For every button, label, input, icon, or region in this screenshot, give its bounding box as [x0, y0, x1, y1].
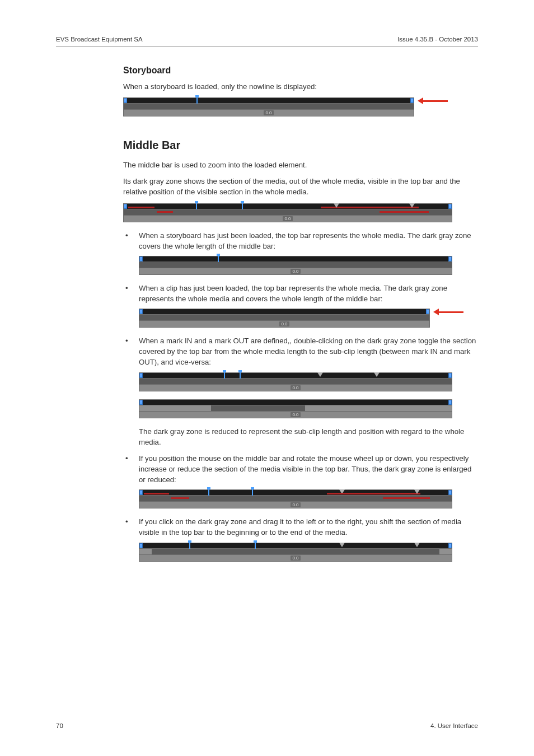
timeline-label: 0.0 — [291, 385, 300, 390]
timeline-storyboard-loaded: 0.0 — [139, 256, 478, 275]
timeline-label: 0.0 — [291, 556, 300, 561]
bullet-aftertext: The dark gray zone is reduced to represe… — [139, 426, 478, 447]
para-middlebar-1: The middle bar is used to zoom into the … — [123, 160, 478, 170]
para-middlebar-2: Its dark gray zone shows the section of … — [123, 176, 478, 197]
heading-middle-bar: Middle Bar — [123, 139, 478, 152]
bullet-marks-defined: When a mark IN and a mark OUT are define… — [123, 335, 478, 447]
timeline-label: 0.0 — [291, 502, 300, 507]
bullet-clip-loaded: When a clip has just been loaded, the to… — [123, 283, 478, 328]
bullet-drag-zone: If you click on the dark gray zone and d… — [123, 516, 478, 561]
bullet-text: When a clip has just been loaded, the to… — [139, 283, 478, 304]
bullet-text: If you click on the dark gray zone and d… — [139, 516, 478, 538]
timeline-marks-subclip: 0.0 — [139, 399, 478, 418]
timeline-wheel-zoom: 0.0 — [139, 489, 478, 508]
arrow-annotation-icon — [416, 97, 448, 104]
timeline-marks-whole: 0.0 — [139, 372, 478, 391]
timeline-label: 0.0 — [283, 216, 292, 221]
bullet-text: When a storyboard has just been loaded, … — [139, 230, 478, 251]
timeline-drag-shift: 0.0 — [139, 543, 478, 562]
page-content: Storyboard When a storyboard is loaded, … — [123, 66, 478, 562]
bullet-text: If you position the mouse on the middle … — [139, 453, 478, 485]
bullet-mouse-wheel: If you position the mouse on the middle … — [123, 453, 478, 508]
para-storyboard-intro: When a storyboard is loaded, only the no… — [123, 81, 478, 92]
timeline-label: 0.0 — [291, 269, 300, 274]
bullet-text: When a mark IN and a mark OUT are define… — [139, 335, 478, 367]
bullet-storyboard-loaded: When a storyboard has just been loaded, … — [123, 230, 478, 275]
header-right: Issue 4.35.B - October 2013 — [397, 36, 478, 43]
timeline-label: 0.0 — [279, 321, 289, 326]
timeline-clip-loaded: 0.0 — [139, 309, 478, 328]
page-header: EVS Broadcast Equipment SA Issue 4.35.B … — [56, 36, 478, 46]
heading-storyboard: Storyboard — [123, 66, 478, 76]
page-footer: 70 4. User Interface — [56, 722, 478, 729]
footer-section: 4. User Interface — [430, 722, 478, 729]
timeline-label: 0.0 — [291, 412, 300, 417]
timeline-label: 0.0 — [264, 110, 273, 115]
header-left: EVS Broadcast Equipment SA — [56, 36, 143, 43]
footer-page-number: 70 — [56, 722, 63, 729]
storyboard-timeline: 0.0 — [123, 97, 478, 116]
arrow-annotation-icon — [432, 309, 463, 315]
middlebar-timeline-main: 0.0 — [123, 203, 478, 222]
